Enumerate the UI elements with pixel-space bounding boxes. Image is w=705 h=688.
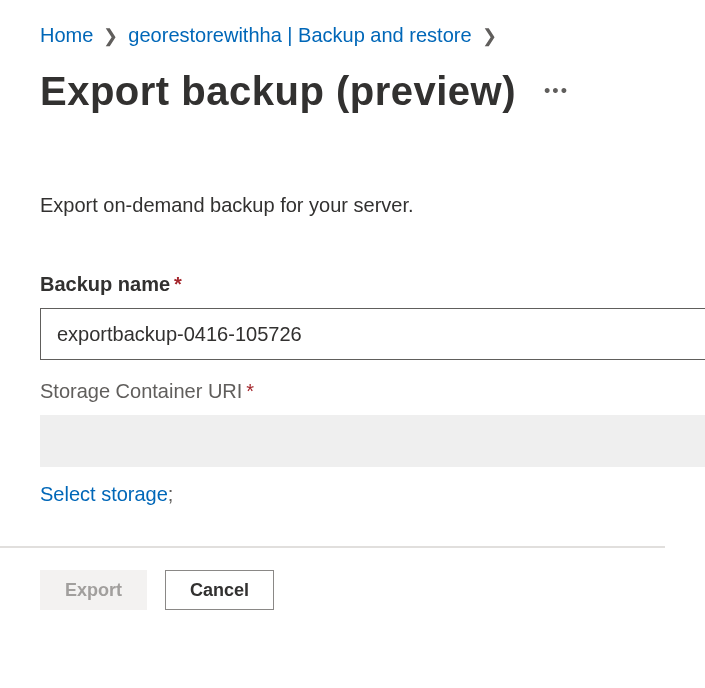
select-storage-link[interactable]: Select storage <box>40 483 168 505</box>
storage-uri-input <box>40 415 705 467</box>
breadcrumb-resource[interactable]: georestorewithha | Backup and restore <box>128 24 471 47</box>
page-title: Export backup (preview) <box>40 69 516 114</box>
backup-name-field: Backup name* <box>40 273 665 360</box>
required-indicator: * <box>174 273 182 295</box>
semicolon: ; <box>168 483 174 505</box>
export-button: Export <box>40 570 147 610</box>
footer: Export Cancel <box>0 548 705 632</box>
backup-name-input[interactable] <box>40 308 705 360</box>
breadcrumb: Home ❯ georestorewithha | Backup and res… <box>40 24 665 47</box>
storage-uri-field: Storage Container URI* Select storage; <box>40 380 665 506</box>
page-description: Export on-demand backup for your server. <box>40 194 665 217</box>
chevron-right-icon: ❯ <box>103 25 118 47</box>
backup-name-label: Backup name* <box>40 273 665 296</box>
chevron-right-icon: ❯ <box>482 25 497 47</box>
storage-uri-label: Storage Container URI* <box>40 380 665 403</box>
more-icon[interactable]: ••• <box>544 81 569 102</box>
breadcrumb-home[interactable]: Home <box>40 24 93 47</box>
required-indicator: * <box>246 380 254 402</box>
cancel-button[interactable]: Cancel <box>165 570 274 610</box>
